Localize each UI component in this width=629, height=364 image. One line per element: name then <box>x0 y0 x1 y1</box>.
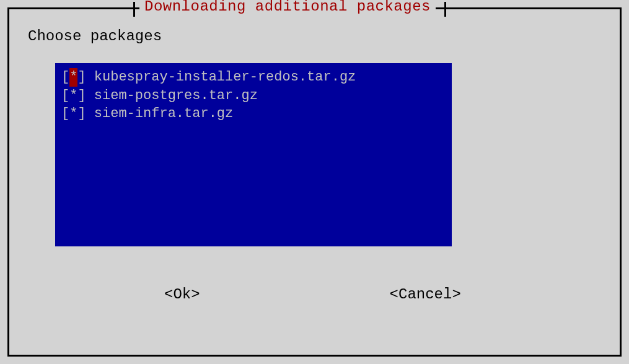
list-item-label: siem-infra.tar.gz <box>94 106 233 121</box>
list-item-label: kubespray-installer-redos.tar.gz <box>94 69 356 85</box>
dialog-box: Downloading additional packages Choose p… <box>7 7 622 357</box>
checkbox-open: [ <box>61 88 69 103</box>
list-item-label: siem-postgres.tar.gz <box>94 88 258 103</box>
checkbox-close: ] <box>77 106 94 121</box>
checkbox-close: ] <box>77 69 94 85</box>
button-bar: <Ok> <Cancel> <box>22 286 607 303</box>
checkbox-mark: * <box>69 87 77 105</box>
prompt-label: Choose packages <box>28 28 607 45</box>
title-bracket-left <box>133 2 135 17</box>
list-item[interactable]: [*] siem-postgres.tar.gz <box>61 87 446 105</box>
checkbox-close: ] <box>77 88 94 103</box>
checkbox-open: [ <box>61 69 69 85</box>
list-item[interactable]: [*] kubespray-installer-redos.tar.gz <box>61 68 446 87</box>
package-checklist[interactable]: [*] kubespray-installer-redos.tar.gz [*]… <box>55 63 452 246</box>
cancel-button[interactable]: <Cancel> <box>390 286 461 303</box>
title-bracket-right <box>444 2 446 17</box>
checkbox-open: [ <box>61 106 69 121</box>
checkbox-mark: * <box>69 105 77 123</box>
dialog-title: Downloading additional packages <box>139 0 436 15</box>
list-item[interactable]: [*] siem-infra.tar.gz <box>61 105 446 123</box>
checkbox-mark: * <box>69 68 77 87</box>
ok-button[interactable]: <Ok> <box>164 286 390 303</box>
